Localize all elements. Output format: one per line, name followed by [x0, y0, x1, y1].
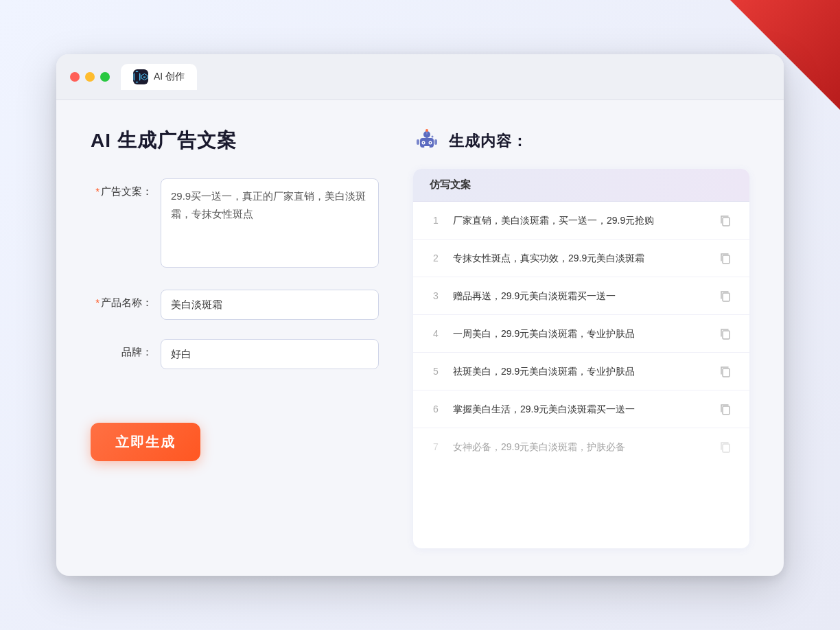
tab-label: AI 创作	[154, 71, 185, 83]
ad-copy-input-wrap: 29.9买一送一，真正的厂家直销，美白淡斑霜，专抹女性斑点	[161, 178, 379, 270]
item-text: 女神必备，29.9元美白淡斑霜，护肤必备	[453, 440, 707, 454]
svg-rect-15	[723, 255, 730, 264]
copy-icon[interactable]	[718, 288, 733, 303]
brand-label: 品牌：	[91, 339, 152, 359]
result-item: 4 一周美白，29.9元美白淡斑霜，专业护肤品	[413, 315, 749, 353]
close-button[interactable]	[70, 72, 80, 82]
svg-rect-4	[417, 139, 419, 145]
result-header-area: 生成内容：	[413, 128, 749, 155]
copy-icon[interactable]	[718, 364, 733, 379]
item-text: 赠品再送，29.9元美白淡斑霜买一送一	[453, 289, 707, 303]
svg-rect-14	[723, 218, 730, 226]
result-item: 7 女神必备，29.9元美白淡斑霜，护肤必备	[413, 428, 749, 465]
copy-icon[interactable]	[718, 401, 733, 417]
browser-window: AI AI 创作 AI 生成广告文案 *广告文案： 29.9买一送一，真正的厂家…	[56, 54, 784, 576]
traffic-lights	[70, 72, 110, 82]
main-content: AI 生成广告文案 *广告文案： 29.9买一送一，真正的厂家直销，美白淡斑霜，…	[56, 100, 784, 576]
title-bar: AI AI 创作	[56, 54, 784, 100]
item-text: 祛斑美白，29.9元美白淡斑霜，专业护肤品	[453, 364, 707, 379]
svg-rect-18	[723, 369, 730, 377]
result-item: 2 专抹女性斑点，真实功效，29.9元美白淡斑霜	[413, 240, 749, 277]
product-name-label: *产品名称：	[91, 290, 152, 310]
copy-icon[interactable]	[718, 326, 733, 341]
copy-icon[interactable]	[718, 213, 733, 228]
item-number: 2	[430, 253, 442, 264]
brand-row: 品牌：	[91, 339, 379, 369]
item-text: 一周美白，29.9元美白淡斑霜，专业护肤品	[453, 327, 707, 341]
copy-icon[interactable]	[718, 250, 733, 266]
svg-rect-19	[723, 406, 730, 415]
svg-point-13	[432, 136, 434, 138]
tab-ai-creation[interactable]: AI AI 创作	[121, 64, 197, 90]
item-number: 6	[430, 404, 442, 415]
item-number: 4	[430, 328, 442, 339]
result-column-header: 仿写文案	[413, 169, 749, 202]
svg-rect-10	[424, 146, 430, 148]
result-item: 3 赠品再送，29.9元美白淡斑霜买一送一	[413, 277, 749, 315]
product-name-required: *	[95, 296, 100, 308]
product-name-input-wrap	[161, 290, 379, 320]
ad-copy-label: *广告文案：	[91, 178, 152, 198]
result-item: 6 掌握美白生活，29.9元美白淡斑霜买一送一	[413, 390, 749, 428]
svg-point-9	[430, 142, 431, 143]
result-section-title: 生成内容：	[449, 131, 528, 152]
right-panel: 生成内容： 仿写文案 1 厂家直销，美白淡斑霜，买一送一，29.9元抢购 2 专…	[413, 128, 749, 548]
result-item: 5 祛斑美白，29.9元美白淡斑霜，专业护肤品	[413, 353, 749, 390]
product-name-row: *产品名称：	[91, 290, 379, 320]
item-number: 5	[430, 366, 442, 377]
ad-copy-row: *广告文案： 29.9买一送一，真正的厂家直销，美白淡斑霜，专抹女性斑点	[91, 178, 379, 270]
brand-input-wrap	[161, 339, 379, 369]
product-name-input[interactable]	[161, 290, 379, 320]
item-number: 3	[430, 290, 442, 301]
page-title: AI 生成广告文案	[91, 128, 379, 154]
svg-rect-16	[723, 293, 730, 301]
maximize-button[interactable]	[100, 72, 110, 82]
svg-rect-17	[723, 331, 730, 339]
svg-text:AI: AI	[143, 75, 146, 79]
svg-point-12	[425, 129, 428, 132]
robot-icon	[413, 128, 441, 155]
generate-button[interactable]: 立即生成	[91, 423, 200, 461]
result-list: 1 厂家直销，美白淡斑霜，买一送一，29.9元抢购 2 专抹女性斑点，真实功效，…	[413, 202, 749, 465]
item-number: 7	[430, 441, 442, 452]
minimize-button[interactable]	[85, 72, 95, 82]
result-item: 1 厂家直销，美白淡斑霜，买一送一，29.9元抢购	[413, 202, 749, 240]
item-number: 1	[430, 215, 442, 226]
svg-point-8	[423, 142, 424, 143]
item-text: 厂家直销，美白淡斑霜，买一送一，29.9元抢购	[453, 213, 707, 228]
item-text: 专抹女性斑点，真实功效，29.9元美白淡斑霜	[453, 251, 707, 266]
left-panel: AI 生成广告文案 *广告文案： 29.9买一送一，真正的厂家直销，美白淡斑霜，…	[91, 128, 379, 548]
result-container: 仿写文案 1 厂家直销，美白淡斑霜，买一送一，29.9元抢购 2 专抹女性斑点，…	[413, 169, 749, 548]
brand-input[interactable]	[161, 339, 379, 369]
item-text: 掌握美白生活，29.9元美白淡斑霜买一送一	[453, 402, 707, 417]
ad-copy-input[interactable]: 29.9买一送一，真正的厂家直销，美白淡斑霜，专抹女性斑点	[161, 178, 379, 268]
svg-rect-5	[434, 139, 437, 145]
svg-rect-20	[723, 444, 730, 452]
ai-icon: AI	[133, 69, 148, 84]
ad-copy-required: *	[95, 185, 100, 197]
copy-icon[interactable]	[718, 439, 733, 454]
